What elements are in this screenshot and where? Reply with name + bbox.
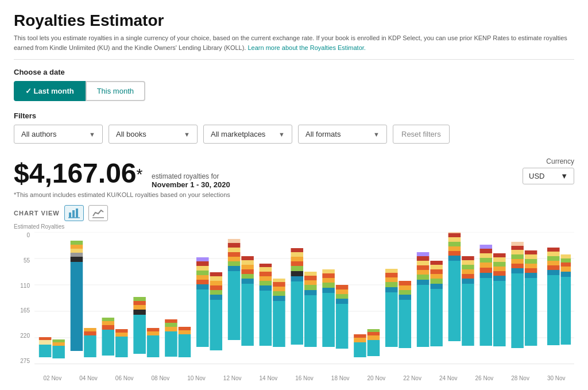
svg-rect-181 bbox=[260, 264, 272, 267]
svg-rect-164 bbox=[228, 252, 241, 257]
filter-books[interactable]: All books ▼ bbox=[109, 125, 198, 144]
svg-rect-252 bbox=[448, 233, 461, 237]
svg-rect-142 bbox=[179, 334, 191, 357]
filters-row: All authors ▼ All books ▼ All marketplac… bbox=[14, 125, 574, 144]
reset-filters-button[interactable]: Reset filters bbox=[393, 125, 450, 144]
chart-bar-extra4 bbox=[561, 254, 571, 345]
svg-rect-272 bbox=[493, 267, 506, 271]
svg-rect-212 bbox=[336, 285, 349, 289]
chart-bar-15 bbox=[241, 256, 254, 346]
page-description: This tool lets you estimate royalties in… bbox=[14, 33, 574, 52]
filter-marketplaces[interactable]: All marketplaces ▼ bbox=[203, 125, 292, 144]
x-label-04nov: 04 Nov bbox=[71, 375, 107, 381]
svg-rect-283 bbox=[511, 242, 524, 246]
svg-rect-227 bbox=[399, 295, 412, 300]
date-button-group: ✓ Last month This month bbox=[14, 81, 574, 101]
svg-rect-244 bbox=[430, 265, 443, 269]
chart-view-label: CHART VIEW bbox=[14, 210, 60, 217]
svg-rect-185 bbox=[273, 287, 285, 291]
bar-chart-button[interactable] bbox=[64, 205, 84, 221]
chart-inner bbox=[34, 232, 574, 364]
x-label-28nov: 28 Nov bbox=[502, 375, 539, 381]
svg-rect-0 bbox=[69, 213, 71, 218]
chart-area: Estimated Royalties 275 220 165 110 55 0 bbox=[14, 223, 574, 381]
svg-rect-172 bbox=[241, 265, 254, 269]
svg-rect-188 bbox=[291, 281, 304, 345]
chart-bar-05 bbox=[84, 328, 96, 357]
svg-rect-157 bbox=[210, 281, 223, 285]
last-month-button[interactable]: ✓ Last month bbox=[14, 81, 86, 101]
x-label-02nov: 02 Nov bbox=[34, 375, 71, 381]
svg-rect-208 bbox=[336, 304, 349, 349]
x-label-22nov: 22 Nov bbox=[394, 375, 431, 381]
filter-formats[interactable]: All formats ▼ bbox=[298, 125, 387, 144]
svg-rect-234 bbox=[417, 270, 430, 275]
svg-rect-144 bbox=[179, 327, 191, 330]
svg-rect-195 bbox=[291, 248, 304, 252]
chart-bar-07 bbox=[115, 329, 128, 357]
svg-rect-233 bbox=[417, 275, 430, 280]
chart-bar-10 bbox=[165, 319, 177, 357]
svg-rect-224 bbox=[385, 273, 398, 277]
filter-books-arrow-icon: ▼ bbox=[184, 131, 190, 138]
svg-rect-297 bbox=[547, 248, 560, 252]
svg-rect-116 bbox=[71, 253, 83, 257]
svg-rect-278 bbox=[511, 264, 524, 268]
chart-bar-extra1 bbox=[511, 242, 524, 348]
svg-rect-288 bbox=[525, 259, 537, 264]
svg-rect-271 bbox=[493, 271, 506, 276]
filter-authors[interactable]: All authors ▼ bbox=[14, 125, 103, 144]
svg-rect-282 bbox=[511, 246, 524, 250]
svg-rect-221 bbox=[385, 287, 398, 292]
svg-rect-123 bbox=[102, 330, 115, 356]
currency-select[interactable]: USD ▼ bbox=[523, 168, 574, 184]
svg-rect-176 bbox=[260, 285, 272, 291]
svg-rect-236 bbox=[417, 261, 430, 265]
svg-rect-298 bbox=[561, 277, 571, 345]
svg-rect-269 bbox=[493, 281, 506, 346]
y-axis-labels: 275 220 165 110 55 0 bbox=[14, 232, 32, 364]
this-month-button[interactable]: This month bbox=[86, 81, 145, 101]
svg-rect-179 bbox=[260, 272, 272, 276]
svg-rect-139 bbox=[165, 327, 177, 331]
svg-rect-141 bbox=[165, 319, 177, 323]
svg-rect-290 bbox=[525, 250, 537, 254]
x-label-16nov: 16 Nov bbox=[287, 375, 323, 381]
svg-rect-137 bbox=[147, 328, 160, 331]
svg-rect-196 bbox=[304, 295, 317, 347]
svg-rect-154 bbox=[210, 295, 223, 300]
svg-rect-303 bbox=[561, 254, 571, 258]
svg-rect-170 bbox=[241, 274, 254, 279]
svg-rect-281 bbox=[511, 250, 524, 254]
chart-bar-25 bbox=[399, 281, 412, 348]
svg-rect-168 bbox=[241, 284, 254, 346]
chart-bar-27 bbox=[430, 261, 443, 346]
svg-rect-211 bbox=[336, 289, 349, 294]
currency-arrow-icon: ▼ bbox=[560, 172, 568, 180]
svg-rect-197 bbox=[304, 290, 317, 295]
svg-rect-240 bbox=[430, 284, 443, 289]
svg-rect-248 bbox=[448, 251, 461, 256]
svg-rect-223 bbox=[385, 277, 398, 282]
svg-rect-214 bbox=[354, 338, 366, 342]
svg-rect-294 bbox=[547, 261, 560, 265]
svg-rect-132 bbox=[133, 305, 146, 310]
svg-rect-285 bbox=[525, 273, 537, 278]
svg-rect-194 bbox=[291, 252, 304, 257]
svg-rect-193 bbox=[291, 257, 304, 261]
svg-rect-190 bbox=[291, 271, 304, 276]
svg-rect-163 bbox=[228, 257, 241, 261]
svg-rect-277 bbox=[511, 268, 524, 273]
line-chart-button[interactable] bbox=[88, 205, 108, 221]
svg-rect-284 bbox=[525, 278, 537, 346]
royalties-description: estimated royalties for November 1 - 30,… bbox=[152, 172, 230, 189]
svg-rect-267 bbox=[480, 249, 493, 253]
currency-label: Currency bbox=[546, 157, 574, 165]
x-label-20nov: 20 Nov bbox=[358, 375, 394, 381]
svg-rect-191 bbox=[291, 266, 304, 271]
svg-rect-245 bbox=[430, 261, 443, 265]
chart-bar-20 bbox=[322, 269, 335, 347]
svg-rect-287 bbox=[525, 264, 537, 268]
filter-marketplaces-arrow-icon: ▼ bbox=[278, 131, 285, 138]
learn-more-link[interactable]: Learn more about the Royalties Estimator… bbox=[247, 44, 365, 51]
